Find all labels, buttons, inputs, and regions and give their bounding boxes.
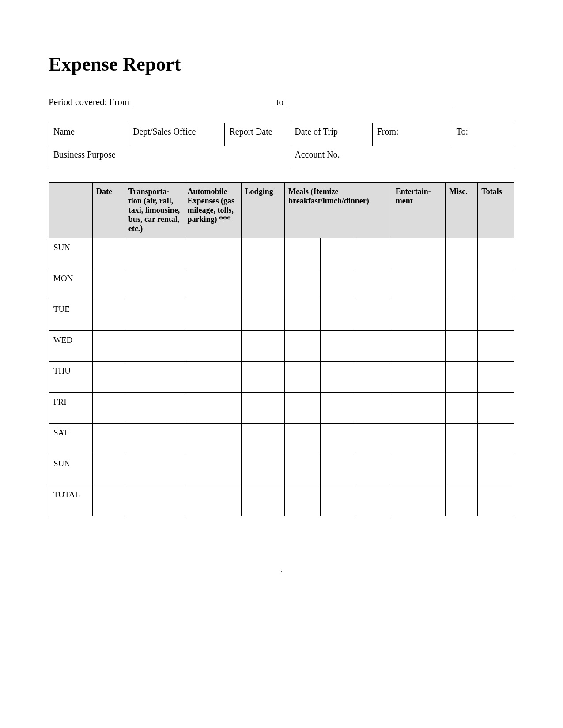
cell-meal-breakfast[interactable] <box>285 238 321 269</box>
cell-entertainment[interactable] <box>392 454 446 485</box>
cell-meal-lunch[interactable] <box>321 331 356 362</box>
cell-date[interactable] <box>92 362 125 393</box>
cell-entertainment[interactable] <box>392 393 446 424</box>
cell-meal-breakfast[interactable] <box>285 331 321 362</box>
cell-transportation[interactable] <box>125 362 184 393</box>
cell-lodging[interactable] <box>241 362 284 393</box>
cell-transportation[interactable] <box>125 424 184 454</box>
cell-date[interactable] <box>92 393 125 424</box>
cell-entertainment[interactable] <box>392 269 446 300</box>
cell-meal-dinner[interactable] <box>356 331 392 362</box>
cell-automobile[interactable] <box>184 269 241 300</box>
cell-date[interactable] <box>92 331 125 362</box>
info-name-cell[interactable]: Name <box>49 123 128 146</box>
cell-meal-dinner[interactable] <box>356 393 392 424</box>
cell-meal-dinner[interactable] <box>356 424 392 454</box>
cell-date[interactable] <box>92 238 125 269</box>
cell-transportation[interactable] <box>125 331 184 362</box>
cell-entertainment[interactable] <box>392 331 446 362</box>
cell-misc[interactable] <box>446 424 478 454</box>
cell-automobile[interactable] <box>184 393 241 424</box>
cell-totals[interactable] <box>478 269 514 300</box>
cell-transportation[interactable] <box>125 393 184 424</box>
cell-totals[interactable] <box>478 393 514 424</box>
cell-entertainment[interactable] <box>392 238 446 269</box>
cell-automobile[interactable] <box>184 424 241 454</box>
cell-meal-breakfast[interactable] <box>285 485 321 516</box>
cell-totals[interactable] <box>478 331 514 362</box>
cell-meal-dinner[interactable] <box>356 454 392 485</box>
cell-meal-lunch[interactable] <box>321 362 356 393</box>
info-date-of-trip-cell[interactable]: Date of Trip <box>290 123 372 146</box>
cell-date[interactable] <box>92 269 125 300</box>
info-dept-cell[interactable]: Dept/Sales Office <box>128 123 225 146</box>
cell-totals[interactable] <box>478 485 514 516</box>
cell-automobile[interactable] <box>184 485 241 516</box>
cell-misc[interactable] <box>446 269 478 300</box>
cell-totals[interactable] <box>478 424 514 454</box>
info-to-cell[interactable]: To: <box>452 123 514 146</box>
cell-meal-dinner[interactable] <box>356 238 392 269</box>
cell-totals[interactable] <box>478 300 514 331</box>
cell-entertainment[interactable] <box>392 362 446 393</box>
cell-meal-breakfast[interactable] <box>285 362 321 393</box>
cell-entertainment[interactable] <box>392 300 446 331</box>
cell-lodging[interactable] <box>241 424 284 454</box>
cell-meal-dinner[interactable] <box>356 485 392 516</box>
period-to-field[interactable] <box>287 100 454 109</box>
cell-meal-breakfast[interactable] <box>285 300 321 331</box>
info-from-cell[interactable]: From: <box>372 123 452 146</box>
cell-meal-breakfast[interactable] <box>285 424 321 454</box>
cell-lodging[interactable] <box>241 331 284 362</box>
cell-meal-breakfast[interactable] <box>285 269 321 300</box>
cell-totals[interactable] <box>478 362 514 393</box>
cell-totals[interactable] <box>478 454 514 485</box>
cell-automobile[interactable] <box>184 300 241 331</box>
cell-transportation[interactable] <box>125 238 184 269</box>
cell-lodging[interactable] <box>241 269 284 300</box>
cell-lodging[interactable] <box>241 393 284 424</box>
cell-transportation[interactable] <box>125 300 184 331</box>
cell-meal-dinner[interactable] <box>356 300 392 331</box>
cell-automobile[interactable] <box>184 454 241 485</box>
cell-lodging[interactable] <box>241 454 284 485</box>
cell-misc[interactable] <box>446 300 478 331</box>
cell-meal-lunch[interactable] <box>321 454 356 485</box>
cell-meal-lunch[interactable] <box>321 238 356 269</box>
cell-transportation[interactable] <box>125 454 184 485</box>
cell-automobile[interactable] <box>184 331 241 362</box>
cell-entertainment[interactable] <box>392 485 446 516</box>
cell-misc[interactable] <box>446 485 478 516</box>
cell-date[interactable] <box>92 454 125 485</box>
cell-lodging[interactable] <box>241 300 284 331</box>
cell-misc[interactable] <box>446 362 478 393</box>
cell-entertainment[interactable] <box>392 424 446 454</box>
cell-misc[interactable] <box>446 238 478 269</box>
cell-meal-lunch[interactable] <box>321 269 356 300</box>
period-from-field[interactable] <box>132 100 274 109</box>
cell-totals[interactable] <box>478 238 514 269</box>
cell-lodging[interactable] <box>241 238 284 269</box>
cell-misc[interactable] <box>446 393 478 424</box>
cell-date[interactable] <box>92 424 125 454</box>
info-account-no-cell[interactable]: Account No. <box>290 146 514 169</box>
cell-meal-lunch[interactable] <box>321 485 356 516</box>
cell-automobile[interactable] <box>184 362 241 393</box>
cell-meal-lunch[interactable] <box>321 424 356 454</box>
cell-date[interactable] <box>92 485 125 516</box>
info-report-date-cell[interactable]: Report Date <box>225 123 290 146</box>
cell-automobile[interactable] <box>184 238 241 269</box>
cell-misc[interactable] <box>446 331 478 362</box>
cell-meal-breakfast[interactable] <box>285 393 321 424</box>
cell-meal-lunch[interactable] <box>321 393 356 424</box>
cell-transportation[interactable] <box>125 485 184 516</box>
cell-misc[interactable] <box>446 454 478 485</box>
cell-lodging[interactable] <box>241 485 284 516</box>
info-business-purpose-cell[interactable]: Business Purpose <box>49 146 290 169</box>
cell-meal-lunch[interactable] <box>321 300 356 331</box>
cell-date[interactable] <box>92 300 125 331</box>
cell-meal-breakfast[interactable] <box>285 454 321 485</box>
cell-meal-dinner[interactable] <box>356 362 392 393</box>
cell-transportation[interactable] <box>125 269 184 300</box>
cell-meal-dinner[interactable] <box>356 269 392 300</box>
